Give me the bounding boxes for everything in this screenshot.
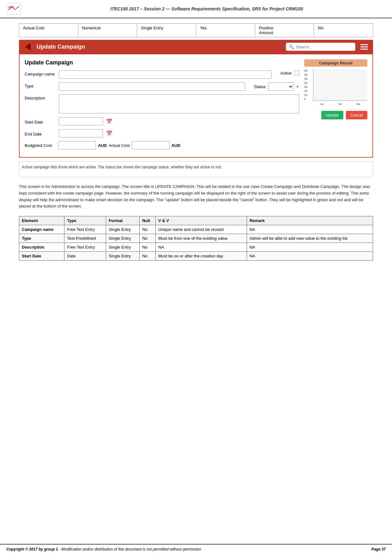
- cell-remark: NA: [247, 225, 373, 234]
- table-row: DescriptionFree Text EntrySingle EntryNo…: [19, 243, 373, 252]
- page-header: sibt ITEC150 2017 – Session 2 — Software…: [0, 0, 392, 18]
- cell-vv: Must be on or after the creation day: [156, 252, 247, 261]
- footer-page: Page 37: [371, 547, 386, 551]
- cancel-button[interactable]: Cancel: [346, 111, 367, 119]
- search-icon: 🔍: [289, 44, 294, 49]
- end-date-input[interactable]: [59, 129, 103, 137]
- top-cell-3: Single Entry: [137, 24, 196, 37]
- table-row: TypeText-PredefinedSingle EntryNoMust be…: [19, 234, 373, 243]
- update-button[interactable]: Update: [321, 111, 343, 119]
- cell-vv: NA: [156, 243, 247, 252]
- chart-area: 40 35 30 25 20 15 10 5: [304, 69, 367, 107]
- col-null: Null: [140, 216, 156, 225]
- menu-button[interactable]: [359, 43, 369, 51]
- menu-line-1: [360, 44, 368, 45]
- table-row: Campaign nameFree Text EntrySingle Entry…: [19, 225, 373, 234]
- cell-null: No: [140, 252, 156, 261]
- end-date-row: End Date 📅: [25, 129, 299, 137]
- campaign-name-input[interactable]: [59, 70, 272, 79]
- type-label: Type: [25, 82, 56, 88]
- cell-vv: Must be from one of the existing value: [156, 234, 247, 243]
- cell-element: Type: [19, 234, 64, 243]
- cell-vv: Unique name and cannot be reused: [156, 225, 247, 234]
- col-type: Type: [64, 216, 106, 225]
- top-cell-2: Numerical: [78, 24, 137, 37]
- menu-line-3: [360, 49, 368, 50]
- data-table: Element Type Format Null V & V Remark Ca…: [19, 216, 373, 261]
- chart-bars: [313, 69, 367, 101]
- cell-format: Single Entry: [106, 252, 140, 261]
- app-bar: Update Campaign 🔍: [19, 40, 373, 54]
- page-footer: Copyright © 2017 by group 1 - Modificati…: [0, 544, 392, 554]
- back-arrow-icon: [25, 43, 31, 51]
- start-date-label: Start Date: [25, 118, 56, 124]
- search-box: 🔍: [286, 43, 355, 51]
- active-group: Active: [280, 70, 299, 75]
- cell-null: No: [140, 234, 156, 243]
- cell-remark: Admin will be able to add new value to t…: [247, 234, 373, 243]
- cell-type: Text-Predefined: [64, 234, 106, 243]
- top-cell-6: NA: [314, 24, 373, 37]
- start-date-input[interactable]: [59, 117, 103, 125]
- status-dropdown-icon: ▼: [296, 85, 299, 88]
- cell-remark: NA: [247, 252, 373, 261]
- svg-text:sibt: sibt: [8, 5, 14, 9]
- type-row: Type Status ▼: [25, 82, 299, 91]
- col-format: Format: [106, 216, 140, 225]
- description-label: Description: [25, 94, 56, 100]
- status-select[interactable]: [268, 82, 293, 91]
- type-input[interactable]: [59, 82, 245, 91]
- actual-currency: AUD: [172, 143, 180, 148]
- cell-type: Date: [64, 252, 106, 261]
- status-group: Status ▼: [254, 82, 299, 91]
- back-button[interactable]: [23, 42, 33, 52]
- right-panel: Campaign Result 40 35 30 25 20 15 10 5: [304, 59, 367, 152]
- budgeted-cost-input[interactable]: [58, 141, 96, 149]
- caption-area: Active campaign lists those which are ac…: [19, 161, 373, 177]
- menu-line-2: [360, 46, 368, 47]
- description-row: Description: [25, 94, 299, 113]
- cell-type: Free Text Entry: [64, 225, 106, 234]
- chart-x-labels: Jan Feb Mar: [313, 101, 367, 107]
- logo: sibt: [6, 3, 21, 15]
- footer-copyright: Copyright © 2017 by group 1: [6, 547, 58, 551]
- active-checkbox[interactable]: [294, 70, 299, 75]
- main-card: Update Campaign Campaign name Active Typ…: [19, 54, 373, 158]
- campaign-name-label: Campaign name: [25, 70, 56, 76]
- cell-element: Start Date: [19, 252, 64, 261]
- start-date-row: Start Date 📅: [25, 117, 299, 125]
- footer-left: Copyright © 2017 by group 1 - Modificati…: [6, 547, 201, 551]
- budgeted-cost-label: Budgeted Cost: [25, 143, 56, 148]
- table-header-row: Element Type Format Null V & V Remark: [19, 216, 373, 225]
- cell-element: Campaign name: [19, 225, 64, 234]
- logo-area: sibt: [6, 3, 21, 15]
- col-element: Element: [19, 216, 64, 225]
- col-remark: Remark: [247, 216, 373, 225]
- description-paragraph: This screen is for Administrator to acce…: [19, 184, 373, 210]
- description-input[interactable]: [59, 94, 299, 113]
- app-bar-title: Update Campaign: [37, 44, 282, 50]
- status-label: Status: [254, 84, 266, 89]
- actual-cost-input[interactable]: [132, 141, 170, 149]
- cell-element: Description: [19, 243, 64, 252]
- search-input[interactable]: [296, 45, 347, 49]
- cell-format: Single Entry: [106, 243, 140, 252]
- campaign-result-title: Campaign Result: [304, 59, 367, 67]
- calendar-icon-start[interactable]: 📅: [106, 118, 112, 124]
- chart-y-labels: 40 35 30 25 20 15 10 5: [304, 69, 312, 101]
- footer-note: - Modification and/or distribution of th…: [58, 547, 201, 551]
- calendar-icon-end[interactable]: 📅: [106, 130, 112, 136]
- top-cell-4: Yes: [196, 24, 255, 37]
- cell-remark: NA: [247, 243, 373, 252]
- cell-format: Single Entry: [106, 234, 140, 243]
- cell-null: No: [140, 225, 156, 234]
- cell-type: Free Text Entry: [64, 243, 106, 252]
- end-date-label: End Date: [25, 130, 56, 136]
- actual-cost-label: Actual Cost: [109, 143, 130, 148]
- budgeted-currency: AUD: [98, 143, 107, 148]
- table-row: Start DateDateSingle EntryNoMust be on o…: [19, 252, 373, 261]
- action-buttons: Update Cancel: [304, 111, 367, 119]
- top-cell-1: Actual Cost: [19, 24, 78, 37]
- budgeted-cost-row: Budgeted Cost AUD Actual Cost AUD: [25, 141, 299, 149]
- top-cell-5: Positive Amount: [255, 24, 314, 37]
